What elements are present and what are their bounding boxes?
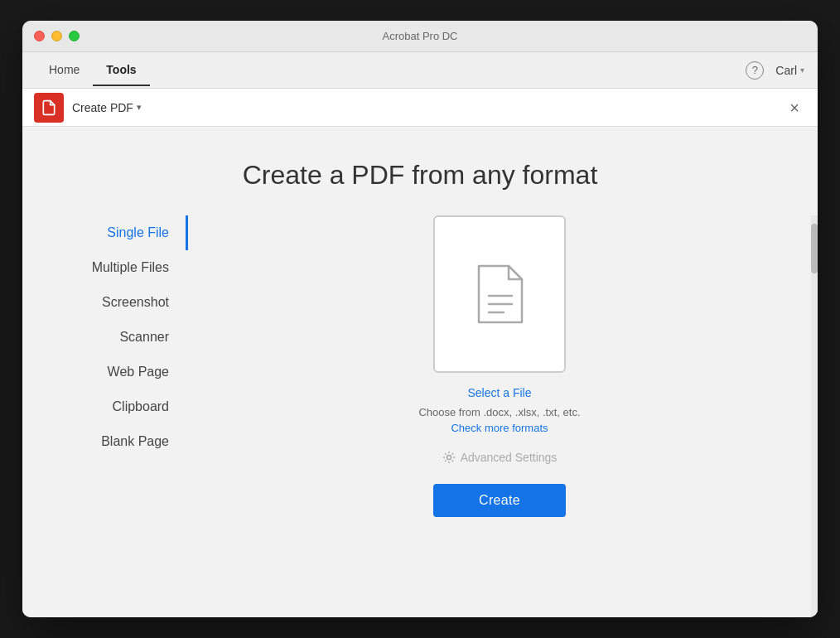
svg-point-3	[447, 456, 451, 460]
create-pdf-icon-button[interactable]	[34, 93, 64, 123]
toolbar-close-button[interactable]: ×	[783, 96, 806, 119]
user-menu[interactable]: Carl ▾	[775, 64, 804, 77]
left-nav: Single File Multiple Files Screenshot Sc…	[22, 215, 188, 617]
advanced-settings-label: Advanced Settings	[461, 451, 558, 464]
content-area: Single File Multiple Files Screenshot Sc…	[22, 215, 818, 617]
tab-home[interactable]: Home	[36, 55, 93, 86]
nav-item-scanner[interactable]: Scanner	[39, 320, 188, 355]
nav-tabs: Home Tools	[36, 55, 746, 85]
nav-item-blank-page[interactable]: Blank Page	[39, 424, 188, 459]
nav-item-web-page[interactable]: Web Page	[39, 355, 188, 389]
user-name: Carl	[775, 64, 797, 77]
select-file-link[interactable]: Select a File	[467, 386, 531, 399]
page-title: Create a PDF from any format	[22, 127, 818, 215]
check-formats-link[interactable]: Check more formats	[451, 422, 548, 434]
navbar: Home Tools ? Carl ▾	[22, 52, 818, 89]
scrollbar-track	[811, 215, 818, 617]
window-controls	[34, 31, 80, 41]
nav-item-single-file[interactable]: Single File	[39, 215, 188, 250]
nav-right: ? Carl ▾	[746, 61, 804, 80]
window-title: Acrobat Pro DC	[382, 30, 457, 42]
nav-item-multiple-files[interactable]: Multiple Files	[39, 250, 188, 285]
formats-text: Choose from .docx, .xlsx, .txt, etc.	[418, 406, 580, 418]
scrollbar-thumb[interactable]	[811, 224, 818, 273]
titlebar: Acrobat Pro DC	[22, 21, 818, 52]
toolbar-tool-name[interactable]: Create PDF ▾	[72, 101, 142, 114]
user-dropdown-caret: ▾	[800, 65, 804, 75]
minimize-button[interactable]	[51, 31, 62, 41]
app-window: Acrobat Pro DC Home Tools ? Carl ▾ Creat…	[22, 21, 818, 617]
create-button[interactable]: Create	[433, 484, 566, 517]
right-panel: Select a File Choose from .docx, .xlsx, …	[188, 215, 811, 617]
help-button[interactable]: ?	[746, 61, 764, 80]
tab-tools[interactable]: Tools	[93, 55, 149, 86]
toolbar: Create PDF ▾ ×	[22, 89, 818, 127]
advanced-settings-button[interactable]: Advanced Settings	[442, 451, 558, 464]
nav-item-screenshot[interactable]: Screenshot	[39, 285, 188, 320]
file-drop-zone[interactable]	[433, 215, 566, 373]
main-content: Create a PDF from any format Single File…	[22, 127, 818, 617]
close-button[interactable]	[34, 31, 45, 41]
maximize-button[interactable]	[69, 31, 80, 41]
nav-item-clipboard[interactable]: Clipboard	[39, 389, 188, 424]
